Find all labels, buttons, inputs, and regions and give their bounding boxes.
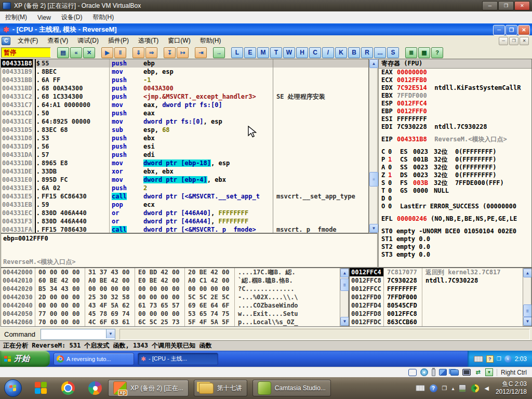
xp-start-button[interactable]: 开始 — [0, 351, 50, 367]
toolbar-letter-button-M[interactable]: M — [257, 47, 269, 58]
register-row[interactable]: EDI7C930228 ntdll.7C930228 — [379, 123, 531, 131]
restart-button[interactable]: « — [70, 47, 82, 58]
stack-row[interactable]: 0012FFD07FFDF000 — [350, 293, 531, 301]
fpu-register-row[interactable]: ST2 empty 0.0 — [379, 243, 531, 251]
vbox-minimize-button[interactable]: ─ — [482, 1, 498, 10]
toolbar-letter-button-K[interactable]: K — [335, 47, 347, 58]
disasm-row[interactable]: 004331B9.8BECmovebp, esp — [1, 68, 368, 76]
host-start-orb[interactable] — [4, 379, 22, 397]
efl-row[interactable]: EFL00000246 (NO,NB,E,BE,NS,PE,GE,LE — [379, 215, 531, 223]
flag-row[interactable]: S0FS003B32位 7FFDE000(FFF) — [379, 179, 531, 187]
dump-scrollbar[interactable]: ▲ ≡ ▼ — [340, 268, 349, 326]
keyboard-icon[interactable] — [474, 356, 483, 362]
windows-list-button[interactable]: ≣ — [405, 47, 417, 58]
command-input[interactable]: ▼ — [41, 329, 115, 340]
disasm-row[interactable]: 004331E5.FF15 6C86430calldword ptr [<&MS… — [1, 192, 368, 201]
stack-row[interactable]: 0012FFD80012FFC8 — [350, 310, 531, 318]
vbox-maximize-button[interactable]: ❐ — [498, 1, 514, 10]
trace-into-button[interactable]: ↧ — [164, 47, 176, 58]
olly-menu-item[interactable]: 文件(F) — [13, 35, 43, 47]
fpu-register-row[interactable]: ST1 empty 0.0 — [379, 235, 531, 243]
disasm-row[interactable]: 004331CE.64:8925 00000movdword ptr fs:[0… — [1, 117, 368, 126]
network-icon[interactable] — [439, 369, 447, 376]
register-row[interactable]: EDX7C92E514 ntdll.KiFastSystemCallR — [379, 84, 531, 92]
volume-mixer-icon[interactable] — [459, 384, 466, 392]
disasm-row[interactable]: 004331C7.64:A1 0000000moveax, dword ptr … — [1, 101, 368, 109]
register-row[interactable]: ESIFFFFFFFF — [379, 115, 531, 123]
dump-row[interactable]: 0044205077 00 00 0045 78 69 7400 00 00 0… — [1, 310, 349, 318]
shared-folder-icon[interactable] — [450, 369, 459, 376]
olly-minimize-button[interactable]: ─ — [493, 25, 505, 35]
olly-menu-item[interactable]: 调试(D) — [73, 35, 103, 47]
disasm-row[interactable]: 004331D8.53pushebx — [1, 134, 368, 142]
step-into-button[interactable]: ⇓ — [132, 47, 144, 58]
speaker-icon[interactable]: ◀ — [484, 385, 488, 392]
flag-row[interactable]: T0GS0000NULL — [379, 187, 531, 195]
olly-menu-item[interactable]: 插件(P) — [103, 35, 134, 47]
register-row[interactable]: EIP004331B8 ReverseM.<模块入口点> — [379, 136, 531, 143]
vbox-close-button[interactable]: ✕ — [514, 1, 530, 10]
register-row[interactable]: EBX7FFDF000 — [379, 92, 531, 100]
disasm-row[interactable]: 004331D9.56pushesi — [1, 142, 368, 151]
disasm-row[interactable]: 004331FA.FF15 7086430calldword ptr [<&MS… — [1, 225, 368, 233]
flag-row[interactable]: O0LastErr ERROR_SUCCESS (00000000 — [379, 203, 531, 210]
stack-row[interactable]: 0012FFC87C930228ntdll.7C930228 — [350, 276, 531, 285]
mdi-restore-button[interactable]: ❐ — [509, 37, 518, 45]
windows-search-icon[interactable] — [33, 380, 49, 396]
execute-till-return-button[interactable]: ⇥ — [195, 47, 207, 58]
vbox-menu-item[interactable]: 设备(D) — [56, 11, 88, 23]
chevron-down-icon[interactable]: ▼ — [106, 329, 115, 338]
register-row[interactable]: EBP0012FFF0 — [379, 108, 531, 115]
scroll-thumb[interactable]: ≡ — [369, 172, 378, 187]
cpu-window-icon[interactable]: C — [2, 37, 10, 45]
disasm-row[interactable]: 004331F3.830D 446A440ordword ptr [446A44… — [1, 217, 368, 225]
scroll-up-arrow[interactable]: ▲ — [369, 59, 378, 68]
olly-menu-item[interactable]: 窗口(W) — [163, 35, 195, 47]
ime-icon[interactable]: ‹ — [504, 355, 512, 363]
disasm-row[interactable]: 004331D5.83EC 68subesp, 68 — [1, 126, 368, 134]
goto-button[interactable]: → — [213, 47, 225, 58]
disasm-row[interactable]: 004331CD.50pusheax — [1, 109, 368, 117]
disasm-row[interactable]: 004331B8$55pushebp — [1, 59, 368, 68]
disasm-row[interactable]: 004331BD.68 00A34300push0043A300 — [1, 84, 368, 92]
dump-row[interactable]: 0044204000 00 00 0043 4F 5A 6261 73 65 5… — [1, 301, 349, 310]
window-tray-icon[interactable]: ❐ — [497, 356, 501, 362]
scroll-down-arrow[interactable]: ▼ — [369, 224, 378, 233]
features-icon[interactable]: ⇄ — [474, 369, 482, 376]
disasm-row[interactable]: 004331DE.33DBxorebx, ebx — [1, 167, 368, 176]
open-file-button[interactable]: ▤ — [57, 47, 69, 58]
stack-scrollbar[interactable]: ▲ ≡ ▼ — [523, 268, 531, 326]
register-row[interactable]: ESP0012FFC4 — [379, 100, 531, 108]
dump-row[interactable]: 0044206070 00 00 004C 6F 63 616C 5C 25 7… — [1, 318, 349, 326]
flag-row[interactable]: A0SS002332位 0(FFFFFFFF) — [379, 164, 531, 171]
disasm-row[interactable]: 004331BB.6A FFpush-1 — [1, 76, 368, 84]
toolbar-letter-button-R[interactable]: R — [361, 47, 373, 58]
keyboard-icon[interactable] — [416, 385, 425, 391]
toolbar-letter-button-H[interactable]: H — [296, 47, 308, 58]
hdd-icon[interactable] — [408, 369, 417, 376]
mdi-close-button[interactable]: ✕ — [520, 37, 529, 45]
usb-icon[interactable] — [432, 369, 435, 376]
scroll-up-arrow[interactable]: ▲ — [523, 269, 532, 277]
toolbar-letter-button-xxx[interactable]: ... — [374, 47, 386, 58]
dump-row[interactable]: 0044200000 00 00 0031 37 43 00E0 BD 42 0… — [1, 268, 349, 276]
run-button[interactable]: ▶ — [101, 47, 113, 58]
step-over-button[interactable]: ⇒ — [145, 47, 157, 58]
vbox-menu-item[interactable]: 帮助(H) — [87, 11, 119, 23]
mdi-minimize-button[interactable]: ─ — [499, 37, 508, 45]
olly-menu-item[interactable]: 帮助(H) — [195, 35, 226, 47]
host-task-button[interactable]: xpXP (备份 2) [正在... — [108, 380, 189, 396]
disasm-row[interactable]: 004331E0.895D FCmovdword ptr [ebp-4], eb… — [1, 176, 368, 184]
show-hidden-icons-button[interactable]: ▴ — [451, 385, 454, 391]
cd-icon[interactable] — [420, 368, 428, 376]
flag-row[interactable]: D0 — [379, 195, 531, 203]
toolbar-letter-button-S[interactable]: S — [387, 47, 399, 58]
host-task-button[interactable]: Camtasia Studio... — [252, 380, 331, 396]
host-task-button[interactable]: 第十七讲 — [194, 380, 247, 396]
disasm-row[interactable]: 004331C2.68 1C334300push<jmp.&MSVCRT._ex… — [1, 92, 368, 101]
disasm-row[interactable]: 004331EB.59popecx — [1, 201, 368, 209]
display-icon[interactable] — [462, 369, 471, 376]
xp-clock[interactable]: 2:03 — [515, 355, 527, 363]
appearance-button[interactable]: ▦ — [418, 47, 430, 58]
scroll-thumb[interactable]: ≡ — [523, 304, 532, 317]
